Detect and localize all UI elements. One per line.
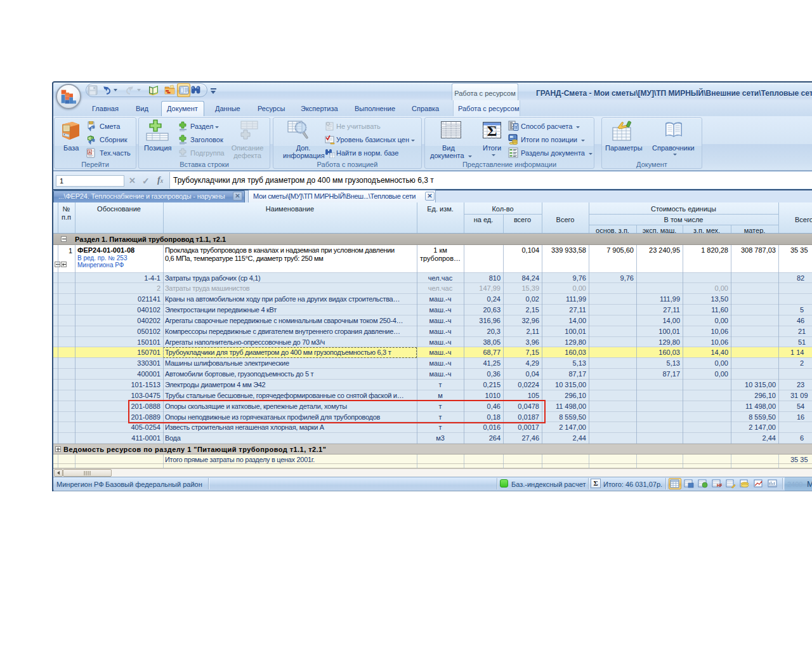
svg-text:HP: HP [717, 483, 722, 488]
svg-text:Σ: Σ [487, 123, 497, 138]
